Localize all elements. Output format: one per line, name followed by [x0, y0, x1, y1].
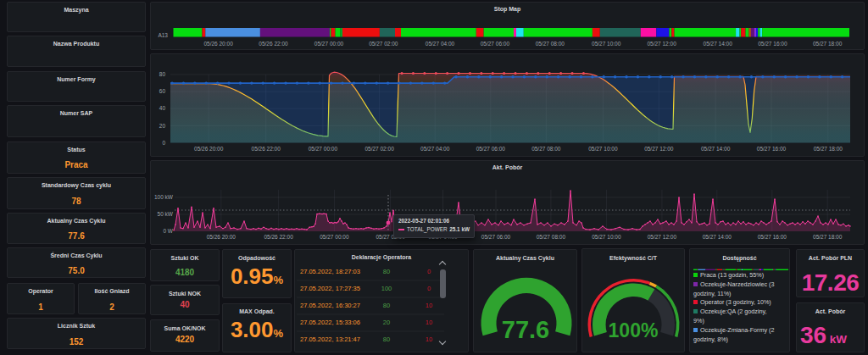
- svg-text:20: 20: [159, 123, 166, 129]
- svg-text:27.05.2022, 17:27:35: 27.05.2022, 17:27:35: [300, 285, 360, 292]
- svg-text:05/27 02:00: 05/27 02:00: [364, 146, 394, 152]
- svg-text:0: 0: [162, 140, 165, 146]
- svg-text:10: 10: [426, 319, 432, 326]
- svg-text:60: 60: [159, 88, 166, 94]
- svg-text:05/27 08:00: 05/27 08:00: [531, 146, 561, 152]
- svg-text:0: 0: [427, 268, 431, 275]
- svg-text:05/27 14:00: 05/27 14:00: [704, 41, 733, 47]
- svg-text:05/26 22:00: 05/26 22:00: [259, 41, 288, 47]
- svg-text:05/27 12:00: 05/27 12:00: [648, 234, 677, 240]
- svg-text:05/27 00:00: 05/27 00:00: [314, 41, 344, 47]
- svg-text:10: 10: [426, 302, 432, 309]
- svg-text:77.6: 77.6: [502, 316, 549, 343]
- svg-text:05/27 12:00: 05/27 12:00: [644, 146, 674, 152]
- svg-text:27.05.2022, 13:21:47: 27.05.2022, 13:21:47: [300, 336, 360, 343]
- svg-text:05/27 18:00: 05/27 18:00: [814, 146, 843, 152]
- svg-text:05/27 14:00: 05/27 14:00: [701, 146, 731, 152]
- svg-text:05/26 20:00: 05/26 20:00: [203, 41, 233, 47]
- svg-text:05/27 00:00: 05/27 00:00: [309, 146, 338, 152]
- svg-text:05/27 02:00: 05/27 02:00: [369, 41, 398, 47]
- svg-text:05/27 06:00: 05/27 06:00: [476, 146, 506, 152]
- svg-text:05/27 18:00: 05/27 18:00: [813, 41, 843, 47]
- svg-text:27.05.2022, 16:30:27: 27.05.2022, 16:30:27: [300, 302, 360, 309]
- svg-text:05/27 10:00: 05/27 10:00: [592, 41, 621, 47]
- svg-text:40: 40: [159, 105, 166, 111]
- svg-text:05/26 22:00: 05/26 22:00: [252, 146, 281, 152]
- svg-text:80: 80: [383, 302, 390, 309]
- svg-text:100 kW: 100 kW: [154, 194, 174, 200]
- svg-text:05/26 20:00: 05/26 20:00: [207, 234, 236, 240]
- svg-text:100%: 100%: [609, 319, 659, 341]
- svg-text:05/27 08:00: 05/27 08:00: [536, 41, 565, 47]
- svg-text:05/27 04:00: 05/27 04:00: [426, 41, 455, 47]
- svg-text:05/27 18:00: 05/27 18:00: [813, 234, 843, 240]
- svg-text:05/27 14:00: 05/27 14:00: [703, 234, 732, 240]
- svg-text:05/27 08:00: 05/27 08:00: [537, 234, 566, 240]
- svg-text:05/27 06:00: 05/27 06:00: [481, 41, 510, 47]
- svg-text:80: 80: [383, 268, 390, 275]
- svg-text:100: 100: [381, 285, 392, 292]
- svg-text:05/27 00:00: 05/27 00:00: [320, 234, 349, 240]
- svg-text:10: 10: [426, 336, 432, 343]
- svg-text:05/27 04:00: 05/27 04:00: [420, 146, 450, 152]
- svg-text:05/27 12:00: 05/27 12:00: [647, 41, 676, 47]
- svg-text:05/27 16:00: 05/27 16:00: [757, 146, 787, 152]
- svg-text:20: 20: [383, 319, 390, 326]
- svg-text:50 kW: 50 kW: [158, 211, 174, 217]
- svg-text:05/27 06:00: 05/27 06:00: [481, 234, 511, 240]
- svg-text:05/26 20:00: 05/26 20:00: [194, 146, 224, 152]
- svg-text:27.05.2022, 18:27:03: 27.05.2022, 18:27:03: [300, 268, 360, 275]
- svg-text:A13: A13: [158, 32, 168, 38]
- svg-text:05/26 22:00: 05/26 22:00: [264, 234, 293, 240]
- svg-text:05/27 16:00: 05/27 16:00: [758, 234, 787, 240]
- svg-text:27.05.2022, 15:33:06: 27.05.2022, 15:33:06: [300, 319, 360, 326]
- svg-text:05/27 16:00: 05/27 16:00: [758, 41, 787, 47]
- svg-text:80: 80: [383, 336, 390, 343]
- svg-text:80: 80: [159, 71, 166, 77]
- svg-text:0 W: 0 W: [163, 228, 173, 234]
- svg-text:0: 0: [427, 285, 431, 292]
- svg-text:05/27 10:00: 05/27 10:00: [588, 146, 618, 152]
- svg-text:05/27 10:00: 05/27 10:00: [592, 234, 621, 240]
